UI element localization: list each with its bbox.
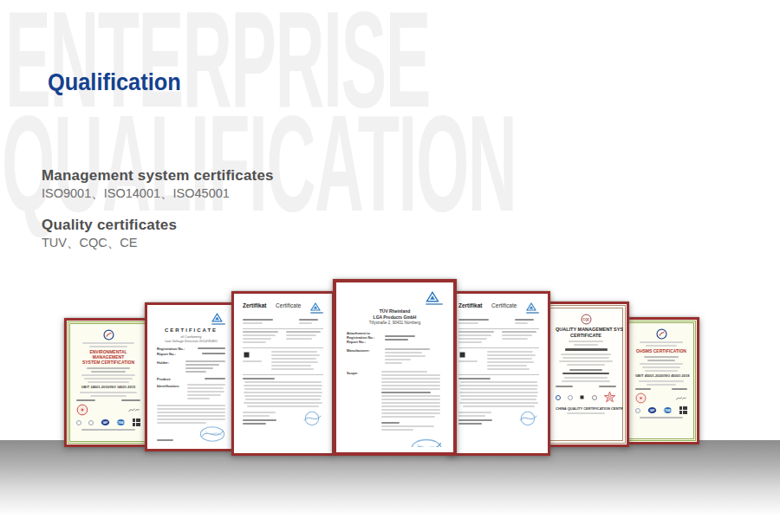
section-items-quality: TUV、CQC、CE (42, 235, 137, 251)
qr-code (679, 406, 687, 414)
org-line-3: Tillystraße 2, 90431 Nürnberg (347, 321, 443, 326)
zertifikat-title-de: Zertifikat (243, 302, 266, 308)
tuv-round-stamp-icon (199, 425, 225, 443)
report-label: Report No.: (347, 340, 380, 344)
id-block (243, 319, 323, 326)
tuv-round-stamp-icon (410, 438, 443, 448)
tuv-logo-block (157, 313, 225, 327)
accreditation-badges: IAF CNAS (635, 406, 687, 414)
accreditation-ring-icon (568, 395, 573, 400)
signing-block (243, 411, 323, 426)
company-name-line (565, 348, 608, 351)
section-heading-management: Management system certificates (42, 167, 274, 185)
footer-line (567, 412, 606, 414)
fine-print-caption (76, 342, 140, 347)
date-row (556, 386, 616, 387)
footer-line (640, 417, 682, 418)
registration-label: Registration No.: (347, 335, 380, 340)
footer-line (81, 429, 135, 431)
zertifikat-title-en: Certificate (276, 302, 301, 308)
identification-row: Identification: (157, 384, 225, 401)
manufacturer-block: Manufacturer: (347, 348, 443, 366)
certificate-subtitle-2: Low Voltage Directive 2014/35/EU (157, 339, 225, 343)
certificate-environmental: ENVIRONMENTAL MANAGEMENT SYSTEM CERTIFIC… (64, 318, 153, 447)
cnas-badge: CNAS (117, 419, 125, 425)
tuv-round-stamp-icon (301, 411, 323, 426)
watermark-line-2: QUALIFICATION (2, 94, 516, 231)
test-mark-icon (243, 351, 250, 359)
cqc-title-line2: CERTIFICATE (556, 333, 616, 339)
holder-label: Holder: (157, 360, 169, 365)
certificate-number-lines (556, 341, 616, 346)
qr-code (133, 418, 140, 426)
product-row: Product: (157, 377, 225, 381)
mark-glyph-icon (579, 394, 585, 400)
signature-labels (76, 399, 140, 401)
registration-label: Registration No.: (157, 347, 185, 351)
tuv-round-stamp-icon (517, 411, 539, 426)
cqc-logo-icon: CQC (581, 314, 592, 325)
certificate-title-line2: SYSTEM CERTIFICATION (76, 360, 140, 365)
system-line (569, 369, 602, 371)
iaf-badge: IAF (647, 407, 655, 413)
certificate-title: CERTIFICATE (157, 328, 225, 333)
cqc-title-line1: QUALITY MANAGEMENT SYSTEM (556, 327, 616, 333)
seal-and-signature (76, 404, 140, 416)
report-label: Report No.: (157, 352, 176, 356)
cnas-badge: CNAS (664, 407, 672, 413)
zertifikat-title-de: Zertifikat (458, 302, 482, 308)
terms-paragraph (157, 405, 225, 424)
certificate-zertifikat-left: Zertifikat Certificate (231, 291, 335, 456)
accreditation-ring-icon (592, 395, 597, 400)
zertifikat-title-en: Certificate (491, 302, 517, 308)
accreditation-ring-icon (88, 420, 94, 425)
manufacturer-label: Manufacturer: (347, 348, 380, 353)
signature-icon (674, 394, 687, 402)
red-seal-icon (635, 393, 647, 404)
signature-icon (127, 405, 140, 414)
mark-block (243, 347, 323, 372)
tuv-triangle-icon (211, 313, 223, 322)
signing-block (458, 411, 539, 426)
fine-print-body (635, 356, 687, 372)
certificate-cqc: CQC QUALITY MANAGEMENT SYSTEM CERTIFICAT… (543, 302, 629, 447)
product-label: Product: (157, 377, 171, 381)
accreditation-ring-icon (635, 408, 640, 413)
cqc-logo-text: CQC (582, 318, 589, 321)
kc-logo-icon (656, 328, 667, 340)
certificate-ohsms: OHSMS CERTIFICATION GB/T 45001-2020/ISO … (623, 317, 699, 444)
org-line-2: LGA Products GmbH (347, 315, 443, 321)
certificate-zertifikat-right: Zertifikat Certificate (447, 291, 550, 456)
tuv-triangle-icon (426, 291, 439, 302)
accreditation-badges: IAF CNAS (76, 418, 140, 426)
id-block (458, 319, 539, 326)
certificate-title-line1: ENVIRONMENTAL MANAGEMENT (76, 349, 140, 360)
test-mark-icon (458, 351, 466, 359)
certificate-tuv-lvd: CERTIFICATE of Conformity Low Voltage Di… (145, 302, 237, 451)
certificate-title: OHSMS CERTIFICATION (635, 348, 687, 354)
standard-number: GB/T 24001-2016/ISO 14001:2015 (76, 385, 140, 390)
certificate-lga-center: TÜV Rheinland LGA Products GmbH Tillystr… (333, 279, 457, 456)
zertifikat-header: Zertifikat Certificate (243, 302, 323, 315)
section-heading-quality: Quality certificates (42, 217, 177, 234)
date-and-stamp-row: Date: 2021-05-10 (347, 438, 443, 448)
section-items-management: ISO9001、ISO14001、ISO45001 (42, 185, 230, 202)
scope-block: Scope: (347, 371, 443, 432)
scope-label: Scope: (347, 371, 380, 375)
standard-number: GB/T 45001-2020/ISO 45001:2018 (635, 373, 687, 379)
cqc-footer: CHINA QUALITY CERTIFICATION CENTRE (556, 406, 616, 411)
validity-lines (556, 377, 616, 382)
fine-print-body (76, 367, 140, 383)
signature-labels (635, 388, 687, 390)
page: ENTERPRISE QUALIFICATION Qualification M… (0, 0, 780, 532)
identification-label: Identification: (157, 384, 179, 388)
standard-line (562, 373, 608, 375)
zertifikat-header: Zertifikat Certificate (458, 302, 539, 315)
tuv-triangle-icon (526, 302, 536, 311)
seal-and-signature (635, 393, 687, 404)
accreditation-ring-icon (556, 395, 561, 400)
tuv-triangle-icon (310, 302, 321, 311)
fine-print-caption (635, 341, 687, 347)
stamp-area (157, 425, 225, 443)
red-seal-icon (76, 404, 88, 416)
